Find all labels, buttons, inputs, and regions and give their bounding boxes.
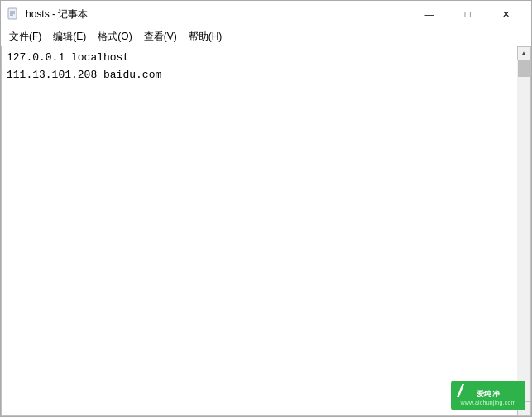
menu-bar: 文件(F) 编辑(E) 格式(O) 查看(V) 帮助(H) bbox=[1, 27, 531, 46]
scroll-track[interactable] bbox=[517, 60, 530, 401]
vertical-scrollbar[interactable]: ▲ ▼ bbox=[517, 46, 530, 415]
minimize-button[interactable]: — bbox=[410, 1, 448, 27]
close-button[interactable]: ✕ bbox=[486, 1, 525, 27]
scroll-up-button[interactable]: ▲ bbox=[517, 46, 530, 60]
text-editor[interactable] bbox=[2, 46, 517, 415]
title-bar: hosts - 记事本 — □ ✕ bbox=[1, 1, 531, 27]
editor-area: ▲ ▼ / 爱纯净 www.aichunjing.com bbox=[1, 46, 531, 416]
scroll-thumb[interactable] bbox=[518, 60, 530, 77]
maximize-button[interactable]: □ bbox=[448, 1, 486, 27]
app-icon bbox=[7, 7, 21, 21]
window-controls: — □ ✕ bbox=[410, 1, 525, 27]
menu-edit[interactable]: 编辑(E) bbox=[48, 28, 91, 46]
scroll-down-button[interactable]: ▼ bbox=[517, 401, 530, 415]
menu-file[interactable]: 文件(F) bbox=[4, 28, 46, 46]
menu-format[interactable]: 格式(O) bbox=[93, 28, 137, 46]
window-title: hosts - 记事本 bbox=[26, 7, 410, 22]
notepad-window: hosts - 记事本 — □ ✕ 文件(F) 编辑(E) 格式(O) 查看(V… bbox=[0, 0, 532, 417]
menu-help[interactable]: 帮助(H) bbox=[184, 28, 228, 46]
menu-view[interactable]: 查看(V) bbox=[139, 28, 182, 46]
